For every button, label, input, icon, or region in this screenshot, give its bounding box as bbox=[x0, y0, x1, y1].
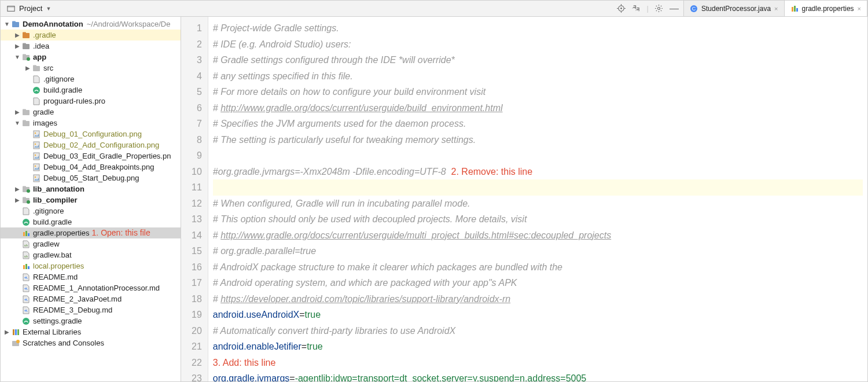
hide-icon[interactable]: — bbox=[670, 4, 679, 13]
tree-item[interactable]: ▶lib_annotation bbox=[1, 183, 181, 194]
code-line[interactable]: # https://developer.android.com/topic/li… bbox=[213, 291, 863, 307]
code-line[interactable]: # The setting is particularly useful for… bbox=[213, 132, 863, 148]
tree-item[interactable]: ▼DemoAnnotation~/Android/Workspace/De bbox=[1, 19, 181, 30]
code-line[interactable]: # http://www.gradle.org/docs/current/use… bbox=[213, 100, 863, 116]
tree-item[interactable]: ▶Scratches and Consoles bbox=[1, 337, 181, 348]
tree-item[interactable]: ▶Debug_03_Edit_Gradle_Properties.pn bbox=[1, 150, 181, 161]
tree-item[interactable]: ▼app bbox=[1, 52, 181, 63]
code-line[interactable]: # This option should only be used with d… bbox=[213, 211, 863, 227]
code-line[interactable]: #org.gradle.jvmargs=-Xmx2048m -Dfile.enc… bbox=[213, 164, 863, 180]
tree-item[interactable]: ▶.idea bbox=[1, 41, 181, 52]
properties-icon bbox=[790, 5, 799, 13]
tree-item[interactable]: ▶README_3_Debug.md bbox=[1, 304, 181, 315]
tree-item-label: app bbox=[33, 52, 46, 63]
chevron-right-icon[interactable]: ▶ bbox=[13, 31, 21, 39]
tree-item[interactable]: ▶Debug_02_Add_Configuration.png bbox=[1, 139, 181, 150]
code-line[interactable]: # Automatically convert third-party libr… bbox=[213, 323, 863, 339]
tree-item[interactable]: ▶src bbox=[1, 63, 181, 74]
code-token: # Project-wide Gradle settings. bbox=[213, 23, 339, 33]
folder-ex-icon bbox=[21, 31, 31, 39]
libs-icon bbox=[11, 328, 20, 336]
tree-item[interactable]: ▶lib_compiler bbox=[1, 194, 181, 205]
tree-item[interactable]: ▶build.gradle bbox=[1, 216, 181, 227]
code-line[interactable]: # any settings specified in this file. bbox=[213, 68, 863, 85]
collapse-all-icon[interactable] bbox=[632, 4, 641, 13]
code-line[interactable]: # Android operating system, and which ar… bbox=[213, 275, 863, 291]
code-line[interactable]: # org.gradle.parallel=true bbox=[213, 243, 863, 259]
editor-tab[interactable]: CStudentProcessor.java× bbox=[684, 1, 785, 16]
code-token: = bbox=[299, 310, 304, 319]
svg-rect-49 bbox=[25, 264, 27, 269]
chevron-right-icon[interactable]: ▶ bbox=[13, 196, 21, 204]
code-line[interactable]: # Project-wide Gradle settings. bbox=[213, 20, 863, 36]
tree-item[interactable]: ▶settings.gradle bbox=[1, 315, 181, 326]
tree-item[interactable]: ▶.gitignore bbox=[1, 205, 181, 216]
tree-item[interactable]: ▶.gradle bbox=[1, 30, 181, 41]
line-number: 23 bbox=[192, 370, 202, 381]
md-icon bbox=[21, 295, 31, 303]
tree-item-label: Debug_01_Configuration.png bbox=[43, 128, 142, 140]
tree-item[interactable]: ▶build.gradle bbox=[1, 85, 181, 95]
close-icon[interactable]: × bbox=[858, 5, 861, 12]
tree-item[interactable]: ▶.gitignore bbox=[1, 74, 181, 85]
tree-item[interactable]: ▶gradle.properties1. Open: this file bbox=[1, 227, 181, 238]
tree-item[interactable]: ▶External Libraries bbox=[1, 326, 181, 337]
tree-item-label: .idea bbox=[33, 41, 49, 52]
tree-item[interactable]: ▶shgradlew.bat bbox=[1, 249, 181, 260]
chevron-right-icon[interactable]: ▶ bbox=[13, 108, 21, 116]
tree-item[interactable]: ▶Debug_05_Start_Debug.png bbox=[1, 172, 181, 183]
code-line[interactable]: 3. Add: this line bbox=[213, 355, 863, 371]
separator: | bbox=[647, 4, 649, 13]
file-icon bbox=[32, 97, 41, 105]
tree-item[interactable]: ▶gradle bbox=[1, 106, 181, 117]
close-icon[interactable]: × bbox=[774, 5, 778, 12]
editor-tab[interactable]: gradle.properties× bbox=[785, 1, 868, 16]
code-line[interactable]: # IDE (e.g. Android Studio) users: bbox=[213, 36, 863, 53]
code-line[interactable]: # For more details on how to configure y… bbox=[213, 84, 863, 100]
folder-icon bbox=[21, 108, 31, 116]
code-line[interactable] bbox=[213, 179, 863, 196]
code-line[interactable]: # Specifies the JVM arguments used for t… bbox=[213, 116, 863, 132]
code-line[interactable]: # AndroidX package structure to make it … bbox=[213, 259, 863, 276]
code-line[interactable]: org.gradle.jvmargs=-agentlib:jdwp=transp… bbox=[213, 370, 863, 381]
scratch-icon bbox=[11, 339, 20, 347]
chevron-right-icon[interactable]: ▶ bbox=[24, 64, 32, 72]
chevron-down-icon[interactable]: ▼ bbox=[3, 20, 11, 28]
tree-item[interactable]: ▶proguard-rules.pro bbox=[1, 95, 181, 106]
code-area[interactable]: # Project-wide Gradle settings.# IDE (e.… bbox=[208, 17, 867, 381]
line-number: 3 bbox=[192, 52, 202, 68]
svg-rect-48 bbox=[23, 265, 25, 269]
tree-item[interactable]: ▶README.md bbox=[1, 271, 181, 282]
svg-rect-44 bbox=[25, 231, 27, 236]
chevron-down-icon[interactable]: ▼ bbox=[13, 53, 21, 61]
target-icon[interactable] bbox=[617, 4, 626, 13]
tree-item[interactable]: ▶README_2_JavaPoet.md bbox=[1, 293, 181, 304]
chevron-down-icon[interactable]: ▼ bbox=[13, 119, 21, 127]
code-line[interactable]: # http://www.gradle.org/docs/current/use… bbox=[213, 227, 863, 244]
tree-item[interactable]: ▶README_1_AnnotationProcessor.md bbox=[1, 282, 181, 293]
code-line[interactable]: android.useAndroidX=true bbox=[213, 307, 863, 323]
chevron-right-icon[interactable]: ▶ bbox=[13, 42, 21, 50]
tree-item-label: Debug_02_Add_Configuration.png bbox=[43, 139, 159, 151]
tree-item[interactable]: ▼images bbox=[1, 117, 181, 128]
svg-point-4 bbox=[658, 7, 660, 9]
code-token: https://developer.android.com/topic/libr… bbox=[220, 294, 510, 304]
code-line[interactable]: # When configured, Gradle will run in in… bbox=[213, 196, 863, 212]
code-token: # bbox=[213, 230, 220, 240]
chevron-right-icon[interactable]: ▶ bbox=[3, 328, 11, 336]
chevron-right-icon[interactable]: ▶ bbox=[13, 185, 21, 193]
tree-item[interactable]: ▶Debug_04_Add_Breakpoints.png bbox=[1, 161, 181, 172]
code-line[interactable]: # Gradle settings configured through the… bbox=[213, 52, 863, 68]
code-line[interactable]: android.enableJetifier=true bbox=[213, 339, 863, 355]
code-token: # bbox=[213, 103, 220, 113]
md-icon bbox=[21, 284, 31, 292]
code-line[interactable] bbox=[213, 148, 863, 164]
svg-rect-45 bbox=[28, 233, 30, 236]
gear-icon[interactable] bbox=[654, 4, 664, 13]
svg-rect-15 bbox=[23, 43, 26, 45]
tree-item[interactable]: ▶shgradlew bbox=[1, 238, 181, 249]
tree-item[interactable]: ▶Debug_01_Configuration.png bbox=[1, 128, 181, 139]
tree-item[interactable]: ▶local.properties bbox=[1, 260, 181, 271]
tree-item-label: gradlew.bat bbox=[33, 249, 72, 261]
project-view-selector[interactable]: Project ▼ bbox=[1, 1, 57, 16]
